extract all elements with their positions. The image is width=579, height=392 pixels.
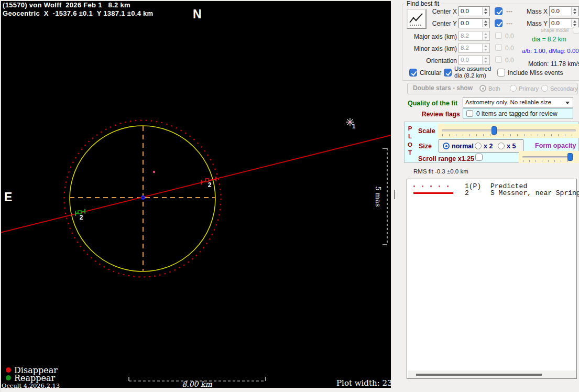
mass-y-label: Mass Y [525, 20, 548, 27]
shape-model-label: Shape model [541, 28, 569, 33]
plot-letter-o: O [407, 141, 413, 149]
double-secondary-radio[interactable] [541, 85, 548, 92]
major-axis-checkbox [495, 32, 502, 39]
opacity-slider-track[interactable] [522, 156, 573, 158]
size-x5-radio[interactable] [498, 143, 505, 149]
plot-title-line2: Geocentric X -1537.6 ±0.1 Y 1387.1 ±0.4 … [3, 9, 153, 17]
orientation-value: 0.0 [461, 57, 469, 63]
center-x-value: 0.0 [461, 8, 469, 14]
major-axis-value: 8.2 [461, 32, 469, 39]
center-y-checkbox[interactable] [495, 19, 502, 27]
center-y-label: Center Y [430, 20, 457, 27]
scale-slider-track[interactable] [442, 129, 576, 132]
double-secondary-label: Secondary [550, 85, 578, 92]
include-miss-checkbox[interactable] [497, 69, 505, 77]
offset-dot [153, 171, 155, 173]
center-y-flag: --- [506, 20, 512, 27]
fit-list-hscrollbar[interactable] [408, 371, 576, 378]
mass-y-spinner[interactable] [571, 19, 578, 27]
orientation-label: Orientation [409, 57, 457, 64]
center-x-flag: --- [506, 8, 512, 15]
major-axis-field: 8.2 [458, 31, 490, 41]
quality-select[interactable]: Astrometry only. No reliable size [463, 97, 573, 107]
window-edge-top [0, 0, 391, 1]
center-x-field[interactable]: 0.0 [458, 6, 490, 16]
orientation-flag: 0.0 [505, 57, 514, 64]
scale-slider-ticks [442, 134, 576, 136]
star-path-line [0, 135, 391, 233]
scroll-range-checkbox[interactable] [475, 154, 483, 161]
minor-axis-flag: 0.0 [505, 45, 514, 52]
use-assumed-checkbox[interactable] [444, 69, 452, 77]
review-flags-label: Review flags [422, 111, 460, 118]
plot-title-line1: (15570) von Wolff 2026 Feb 1 8.2 km [3, 1, 130, 9]
plot-letter-t: T [407, 149, 413, 157]
rms-fit-text: RMS fit -0.3 ±0.0 km [413, 168, 468, 175]
center-y-value: 0.0 [461, 20, 469, 26]
review-flags-checkbox[interactable] [466, 110, 473, 117]
size-x2-label: x 2 [484, 143, 493, 150]
size-x5-label: x 5 [507, 143, 516, 150]
horizontal-scale-label: 8.00 km [176, 380, 218, 388]
vertical-scale-label: 5 mas [375, 184, 382, 209]
use-assumed-label-2: dia (8.2 km) [454, 72, 486, 79]
double-primary-radio[interactable] [510, 85, 517, 92]
mass-x-field[interactable]: 0.0 [549, 6, 579, 16]
fit-list-row-2-name: S Messner, near Spring [490, 189, 579, 197]
size-label: Size [419, 143, 432, 150]
size-x2-radio[interactable] [475, 143, 482, 149]
window-edge-left [0, 0, 1, 392]
minor-axis-spinner [482, 44, 489, 52]
opacity-slider-ticks [523, 160, 573, 162]
circular-label: Circular [420, 69, 441, 77]
reappear-marker-label: 2 [80, 214, 83, 221]
center-y-field[interactable]: 0.0 [458, 18, 490, 28]
center-y-spinner[interactable] [482, 19, 489, 27]
scroll-range-label: Scroll range x1.25 [418, 155, 474, 162]
scale-slider-thumb[interactable] [491, 126, 497, 135]
major-axis-spinner [482, 32, 489, 40]
double-both-label: Both [488, 85, 500, 92]
control-panel: Find best fit Center X 0.0 --- Mass X 0.… [391, 0, 579, 392]
review-flags-box: 0 items are tagged for review [463, 108, 573, 118]
chevron-down-icon [565, 102, 570, 104]
quality-label: Quality of the fit [408, 100, 457, 107]
east-label: E [4, 190, 12, 204]
major-axis-label: Major axis (km) [409, 33, 457, 40]
mass-x-label: Mass X [525, 8, 548, 15]
include-miss-label: Include Miss events [508, 69, 563, 77]
circular-checkbox[interactable] [409, 69, 417, 77]
review-flags-text: 0 items are tagged for review [476, 110, 558, 117]
shape-model-checkbox[interactable] [573, 27, 579, 34]
occult-window: 2 2 1 [0, 0, 579, 392]
form-opacity-label: Form opacity [535, 142, 576, 149]
occultation-plot[interactable]: 2 2 1 [0, 0, 391, 388]
vertical-scale-bracket [383, 148, 387, 245]
plot-section-label: P L O T [407, 125, 413, 157]
size-normal-label: normal [452, 143, 474, 150]
star-marker-label: 1 [352, 123, 356, 129]
mass-y-value: 0.0 [551, 20, 560, 26]
dia-text: dia = 8.2 km [526, 36, 572, 43]
fit-list[interactable]: 1(P) Predicted 2 S Messner, near Spring [407, 179, 577, 379]
fit-chart-button[interactable] [407, 9, 427, 29]
app-version: Occult 4.2026.2.13 [2, 382, 60, 389]
scale-label: Scale [418, 127, 435, 135]
double-both-radio[interactable] [479, 85, 486, 92]
fit-list-hscrollbar-thumb[interactable] [416, 374, 542, 376]
mass-x-spinner[interactable] [571, 7, 578, 15]
panel-splitter-handle[interactable] [394, 190, 395, 199]
disappear-dot-icon [6, 367, 11, 373]
plot-canvas[interactable]: 2 2 1 [0, 0, 391, 388]
minor-axis-label: Minor axis (km) [409, 45, 457, 52]
reappear-dot-icon [6, 375, 11, 380]
fit-list-row-2-id: 2 [465, 189, 469, 197]
major-axis-flag: 0.0 [505, 32, 514, 40]
plot-letter-p: P [407, 125, 413, 133]
center-x-label: Center X [430, 8, 457, 15]
use-assumed-label-1: Use assumed [454, 66, 491, 72]
center-x-checkbox[interactable] [495, 7, 502, 15]
center-x-spinner[interactable] [482, 7, 489, 15]
size-normal-radio[interactable] [443, 143, 450, 149]
minor-axis-value: 8.2 [461, 45, 469, 51]
